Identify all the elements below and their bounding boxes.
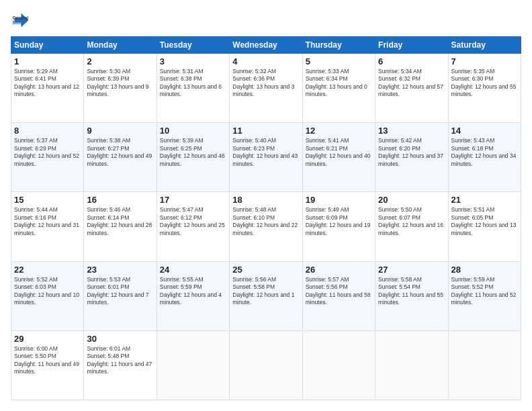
day-number: 25 bbox=[232, 265, 299, 275]
day-number: 28 bbox=[451, 265, 518, 275]
cell-info: Sunrise: 5:42 AMSunset: 6:20 PMDaylight:… bbox=[378, 137, 445, 168]
day-number: 23 bbox=[87, 265, 153, 275]
calendar-cell: 25Sunrise: 5:56 AMSunset: 5:58 PMDayligh… bbox=[230, 261, 302, 330]
calendar-cell: 3Sunrise: 5:31 AMSunset: 6:38 PMDaylight… bbox=[157, 54, 229, 123]
calendar-cell bbox=[157, 330, 229, 400]
cell-info: Sunrise: 5:37 AMSunset: 6:29 PMDaylight:… bbox=[14, 137, 81, 168]
calendar-cell bbox=[302, 330, 375, 400]
calendar-cell: 2Sunrise: 5:30 AMSunset: 6:39 PMDaylight… bbox=[84, 54, 157, 123]
day-number: 22 bbox=[14, 265, 81, 275]
logo-icon: General Blue bbox=[11, 11, 30, 30]
cell-info: Sunrise: 5:47 AMSunset: 6:12 PMDaylight:… bbox=[160, 206, 226, 237]
col-monday: Monday bbox=[84, 37, 157, 54]
col-saturday: Saturday bbox=[448, 37, 521, 54]
day-number: 4 bbox=[232, 56, 299, 66]
calendar-cell: 21Sunrise: 5:51 AMSunset: 6:05 PMDayligh… bbox=[448, 192, 521, 261]
day-number: 3 bbox=[160, 56, 226, 66]
calendar-cell bbox=[448, 330, 521, 400]
cell-info: Sunrise: 5:44 AMSunset: 6:16 PMDaylight:… bbox=[14, 206, 81, 237]
page-header: General Blue bbox=[11, 11, 521, 30]
calendar-cell: 1Sunrise: 5:29 AMSunset: 6:41 PMDaylight… bbox=[11, 54, 84, 123]
col-tuesday: Tuesday bbox=[157, 37, 229, 54]
cell-info: Sunrise: 5:48 AMSunset: 6:10 PMDaylight:… bbox=[232, 206, 299, 237]
cell-info: Sunrise: 5:46 AMSunset: 6:14 PMDaylight:… bbox=[87, 206, 153, 237]
calendar-week-row: 1Sunrise: 5:29 AMSunset: 6:41 PMDaylight… bbox=[11, 54, 521, 123]
calendar-cell: 29Sunrise: 6:00 AMSunset: 5:50 PMDayligh… bbox=[11, 330, 84, 400]
col-sunday: Sunday bbox=[11, 37, 84, 54]
calendar-cell bbox=[230, 330, 302, 400]
calendar-cell: 24Sunrise: 5:55 AMSunset: 5:59 PMDayligh… bbox=[157, 261, 229, 330]
col-thursday: Thursday bbox=[302, 37, 375, 54]
day-number: 14 bbox=[451, 126, 518, 136]
cell-info: Sunrise: 5:40 AMSunset: 6:23 PMDaylight:… bbox=[232, 137, 299, 168]
day-number: 16 bbox=[87, 195, 153, 205]
day-number: 26 bbox=[306, 265, 372, 275]
cell-info: Sunrise: 5:38 AMSunset: 6:27 PMDaylight:… bbox=[87, 137, 153, 168]
cell-info: Sunrise: 5:43 AMSunset: 6:18 PMDaylight:… bbox=[451, 137, 518, 168]
cell-info: Sunrise: 5:41 AMSunset: 6:21 PMDaylight:… bbox=[306, 137, 372, 168]
col-wednesday: Wednesday bbox=[230, 37, 302, 54]
cell-info: Sunrise: 5:52 AMSunset: 6:03 PMDaylight:… bbox=[14, 276, 81, 307]
cell-info: Sunrise: 5:34 AMSunset: 6:32 PMDaylight:… bbox=[378, 68, 445, 99]
calendar-cell: 19Sunrise: 5:49 AMSunset: 6:09 PMDayligh… bbox=[302, 192, 375, 261]
cell-info: Sunrise: 5:57 AMSunset: 5:56 PMDaylight:… bbox=[306, 276, 372, 307]
calendar-cell: 6Sunrise: 5:34 AMSunset: 6:32 PMDaylight… bbox=[375, 54, 448, 123]
calendar-cell: 4Sunrise: 5:32 AMSunset: 6:36 PMDaylight… bbox=[230, 54, 302, 123]
calendar-cell: 8Sunrise: 5:37 AMSunset: 6:29 PMDaylight… bbox=[11, 123, 84, 192]
calendar-cell: 22Sunrise: 5:52 AMSunset: 6:03 PMDayligh… bbox=[11, 261, 84, 330]
day-number: 18 bbox=[232, 195, 299, 205]
cell-info: Sunrise: 5:30 AMSunset: 6:39 PMDaylight:… bbox=[87, 68, 153, 99]
day-number: 12 bbox=[306, 126, 372, 136]
calendar-cell: 7Sunrise: 5:35 AMSunset: 6:30 PMDaylight… bbox=[448, 54, 521, 123]
calendar-cell: 10Sunrise: 5:39 AMSunset: 6:25 PMDayligh… bbox=[157, 123, 229, 192]
cell-info: Sunrise: 5:55 AMSunset: 5:59 PMDaylight:… bbox=[160, 276, 226, 307]
day-number: 20 bbox=[378, 195, 445, 205]
cell-info: Sunrise: 5:33 AMSunset: 6:34 PMDaylight:… bbox=[306, 68, 372, 99]
cell-info: Sunrise: 5:49 AMSunset: 6:09 PMDaylight:… bbox=[306, 206, 372, 237]
day-number: 30 bbox=[87, 334, 153, 344]
day-number: 11 bbox=[232, 126, 299, 136]
day-number: 8 bbox=[14, 126, 81, 136]
day-number: 10 bbox=[160, 126, 226, 136]
cell-info: Sunrise: 5:51 AMSunset: 6:05 PMDaylight:… bbox=[451, 206, 518, 237]
cell-info: Sunrise: 5:39 AMSunset: 6:25 PMDaylight:… bbox=[160, 137, 226, 168]
calendar-cell: 11Sunrise: 5:40 AMSunset: 6:23 PMDayligh… bbox=[230, 123, 302, 192]
calendar-cell: 23Sunrise: 5:53 AMSunset: 6:01 PMDayligh… bbox=[84, 261, 157, 330]
calendar-week-row: 29Sunrise: 6:00 AMSunset: 5:50 PMDayligh… bbox=[11, 330, 521, 400]
cell-info: Sunrise: 5:35 AMSunset: 6:30 PMDaylight:… bbox=[451, 68, 518, 99]
calendar-cell: 20Sunrise: 5:50 AMSunset: 6:07 PMDayligh… bbox=[375, 192, 448, 261]
calendar-cell: 14Sunrise: 5:43 AMSunset: 6:18 PMDayligh… bbox=[448, 123, 521, 192]
calendar-cell: 5Sunrise: 5:33 AMSunset: 6:34 PMDaylight… bbox=[302, 54, 375, 123]
cell-info: Sunrise: 6:01 AMSunset: 5:48 PMDaylight:… bbox=[87, 345, 153, 376]
cell-info: Sunrise: 5:50 AMSunset: 6:07 PMDaylight:… bbox=[378, 206, 445, 237]
calendar-cell: 13Sunrise: 5:42 AMSunset: 6:20 PMDayligh… bbox=[375, 123, 448, 192]
calendar-cell: 9Sunrise: 5:38 AMSunset: 6:27 PMDaylight… bbox=[84, 123, 157, 192]
calendar-cell: 27Sunrise: 5:58 AMSunset: 5:54 PMDayligh… bbox=[375, 261, 448, 330]
day-number: 19 bbox=[306, 195, 372, 205]
day-number: 1 bbox=[14, 56, 81, 66]
calendar-header-row: Sunday Monday Tuesday Wednesday Thursday… bbox=[11, 37, 521, 54]
day-number: 29 bbox=[14, 334, 81, 344]
calendar-table: Sunday Monday Tuesday Wednesday Thursday… bbox=[11, 36, 521, 400]
calendar-cell: 12Sunrise: 5:41 AMSunset: 6:21 PMDayligh… bbox=[302, 123, 375, 192]
calendar-cell: 18Sunrise: 5:48 AMSunset: 6:10 PMDayligh… bbox=[230, 192, 302, 261]
cell-info: Sunrise: 5:32 AMSunset: 6:36 PMDaylight:… bbox=[232, 68, 299, 99]
cell-info: Sunrise: 6:00 AMSunset: 5:50 PMDaylight:… bbox=[14, 345, 81, 376]
day-number: 13 bbox=[378, 126, 445, 136]
calendar-cell: 15Sunrise: 5:44 AMSunset: 6:16 PMDayligh… bbox=[11, 192, 84, 261]
calendar-cell: 26Sunrise: 5:57 AMSunset: 5:56 PMDayligh… bbox=[302, 261, 375, 330]
day-number: 21 bbox=[451, 195, 518, 205]
calendar-cell: 17Sunrise: 5:47 AMSunset: 6:12 PMDayligh… bbox=[157, 192, 229, 261]
cell-info: Sunrise: 5:56 AMSunset: 5:58 PMDaylight:… bbox=[232, 276, 299, 307]
calendar-week-row: 22Sunrise: 5:52 AMSunset: 6:03 PMDayligh… bbox=[11, 261, 521, 330]
day-number: 15 bbox=[14, 195, 81, 205]
cell-info: Sunrise: 5:53 AMSunset: 6:01 PMDaylight:… bbox=[87, 276, 153, 307]
cell-info: Sunrise: 5:58 AMSunset: 5:54 PMDaylight:… bbox=[378, 276, 445, 307]
calendar-cell bbox=[375, 330, 448, 400]
day-number: 2 bbox=[87, 56, 153, 66]
day-number: 24 bbox=[160, 265, 226, 275]
calendar-cell: 30Sunrise: 6:01 AMSunset: 5:48 PMDayligh… bbox=[84, 330, 157, 400]
cell-info: Sunrise: 5:31 AMSunset: 6:38 PMDaylight:… bbox=[160, 68, 226, 99]
cell-info: Sunrise: 5:59 AMSunset: 5:52 PMDaylight:… bbox=[451, 276, 518, 307]
cell-info: Sunrise: 5:29 AMSunset: 6:41 PMDaylight:… bbox=[14, 68, 81, 99]
